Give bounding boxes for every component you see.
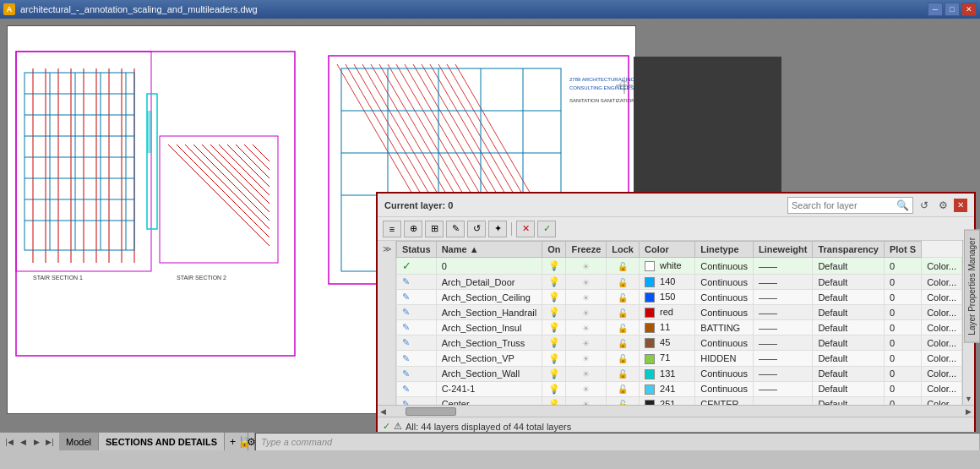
workspace: STAIR SECTION 1 STAIR SECTION 2 [0, 19, 980, 450]
title-bar: A architectural_-_annotation_scaling_and… [0, 0, 980, 19]
cell-lock[interactable]: 🔓 [607, 275, 640, 290]
svg-text:SANITATION  SANITIZATION: SANITATION SANITIZATION [569, 98, 635, 103]
cell-linetype: HIDDEN [695, 351, 754, 366]
svg-line-33 [227, 145, 270, 187]
tab-prev-btn[interactable]: ◀ [17, 436, 29, 448]
cell-on[interactable]: 💡 [542, 320, 566, 335]
cell-name: 0 [436, 258, 542, 275]
command-input-area[interactable]: Type a command [255, 433, 980, 451]
cell-on[interactable]: 💡 [542, 396, 566, 405]
move-to-layer-button[interactable]: ✦ [488, 221, 507, 237]
new-layer-vp-button[interactable]: ⊞ [425, 221, 444, 237]
cell-lock[interactable]: 🔓 [607, 335, 640, 351]
cell-status: ✎ [397, 320, 437, 335]
cell-lock[interactable]: 🔓 [607, 258, 640, 275]
svg-line-47 [396, 64, 472, 195]
close-button[interactable]: ✕ [961, 3, 977, 16]
toolbar-sep-1 [511, 222, 512, 236]
cell-freeze[interactable]: ☀ [566, 381, 607, 396]
cell-on[interactable]: 💡 [542, 335, 566, 351]
tab-model[interactable]: Model [59, 433, 99, 451]
scroll-left-btn[interactable]: ◀ [378, 407, 389, 416]
cell-freeze[interactable]: ☀ [566, 275, 607, 290]
horizontal-scrollbar[interactable]: ◀ ▶ [378, 405, 974, 417]
cell-lock[interactable]: 🔓 [607, 320, 640, 335]
cell-plot: 0 [884, 258, 921, 275]
cell-on[interactable]: 💡 [542, 366, 566, 381]
cell-on[interactable]: 💡 [542, 290, 566, 305]
panel-close-button[interactable]: ✕ [954, 199, 967, 212]
col-status[interactable]: Status [397, 242, 437, 258]
cell-lock[interactable]: 🔓 [607, 381, 640, 396]
col-on[interactable]: On [542, 242, 566, 258]
remove-override-button[interactable]: ✕ [516, 221, 535, 237]
cell-color[interactable]: 45 [639, 335, 694, 351]
cell-freeze[interactable]: ☀ [566, 290, 607, 305]
cell-lock[interactable]: 🔓 [607, 396, 640, 405]
expand-button[interactable]: ≫ [383, 244, 391, 254]
cell-color[interactable]: 71 [639, 351, 694, 366]
col-transparency[interactable]: Transparency [813, 242, 885, 258]
table-row: ✓ 0 💡 ☀ 🔓 white Continuous —— Default 0 … [397, 258, 962, 275]
settings-btn-bottom[interactable]: ⚙ [248, 433, 255, 451]
cell-color[interactable]: white [639, 258, 694, 275]
cell-on[interactable]: 💡 [542, 275, 566, 290]
cell-color[interactable]: red [639, 305, 694, 320]
minimize-button[interactable]: ─ [928, 3, 943, 16]
apply-button[interactable]: ✓ [537, 221, 556, 237]
search-input[interactable] [792, 200, 893, 210]
cell-freeze[interactable]: ☀ [566, 335, 607, 351]
cell-lineweight: —— [753, 305, 812, 320]
tab-sections[interactable]: SECTIONS AND DETAILS [99, 433, 225, 451]
col-color[interactable]: Color [639, 242, 694, 258]
layer-manager-side-tab[interactable]: Layer Properties Manager [964, 230, 980, 343]
table-row: ✎ Arch_Section_VP 💡 ☀ 🔓 71 HIDDEN —— Def… [397, 351, 962, 366]
maximize-button[interactable]: □ [945, 3, 960, 16]
tab-next-btn[interactable]: ▶ [30, 436, 42, 448]
cell-freeze[interactable]: ☀ [566, 258, 607, 275]
cell-on[interactable]: 💡 [542, 258, 566, 275]
cell-lock[interactable]: 🔓 [607, 351, 640, 366]
col-name[interactable]: Name ▲ [436, 242, 542, 258]
refresh-icon-btn[interactable]: ↺ [917, 198, 932, 213]
cell-lineweight: —— [753, 396, 812, 405]
cell-color[interactable]: 241 [639, 381, 694, 396]
scroll-thumb[interactable] [406, 407, 456, 416]
tab-last-btn[interactable]: ▶| [44, 436, 56, 448]
cell-lock[interactable]: 🔓 [607, 366, 640, 381]
cell-on[interactable]: 💡 [542, 351, 566, 366]
cell-lock[interactable]: 🔓 [607, 305, 640, 320]
col-freeze[interactable]: Freeze [566, 242, 607, 258]
cell-color[interactable]: 140 [639, 275, 694, 290]
cell-freeze[interactable]: ☀ [566, 396, 607, 405]
cell-freeze[interactable]: ☀ [566, 366, 607, 381]
set-current-button[interactable]: ↺ [467, 221, 486, 237]
cell-transparency: Default [813, 396, 885, 405]
cell-color[interactable]: 150 [639, 290, 694, 305]
new-layer-button[interactable]: ⊕ [404, 221, 422, 237]
cell-plot: 0 [884, 396, 921, 405]
search-box[interactable]: 🔍 [787, 197, 913, 214]
delete-layer-button[interactable]: ✎ [446, 221, 465, 237]
col-plot[interactable]: Plot S [884, 242, 921, 258]
col-linetype[interactable]: Linetype [695, 242, 754, 258]
cell-color[interactable]: 11 [639, 320, 694, 335]
cell-color[interactable]: 251 [639, 396, 694, 405]
layer-table-wrapper[interactable]: Status Name ▲ On Freeze Lock Color Linet… [396, 241, 962, 405]
cell-freeze[interactable]: ☀ [566, 351, 607, 366]
col-lock[interactable]: Lock [607, 242, 640, 258]
cell-freeze[interactable]: ☀ [566, 320, 607, 335]
cell-on[interactable]: 💡 [542, 381, 566, 396]
cell-color[interactable]: 131 [639, 366, 694, 381]
layers-menu-button[interactable]: ≡ [383, 221, 401, 237]
svg-line-45 [379, 64, 455, 195]
col-lineweight[interactable]: Lineweight [753, 242, 812, 258]
tab-first-btn[interactable]: |◀ [3, 436, 15, 448]
scroll-right-btn[interactable]: ▶ [963, 407, 974, 416]
cell-on[interactable]: 💡 [542, 305, 566, 320]
settings-icon-btn[interactable]: ⚙ [935, 198, 950, 213]
cell-transparency: Default [813, 366, 885, 381]
cell-lock[interactable]: 🔓 [607, 290, 640, 305]
cell-freeze[interactable]: ☀ [566, 305, 607, 320]
svg-line-43 [362, 64, 438, 195]
